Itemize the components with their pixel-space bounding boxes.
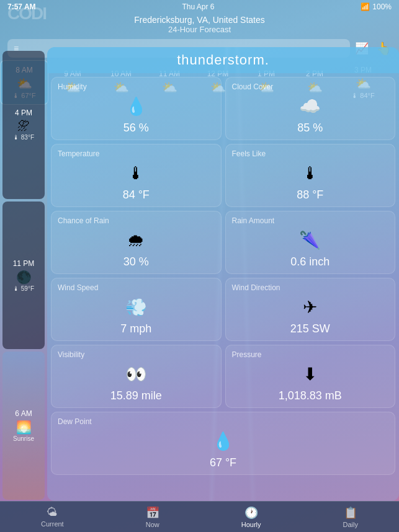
side-icon: ⛈ [17, 119, 30, 133]
stats-grid: Humidity 💧 56 % Cloud Cover ☁️ 85 % Temp… [47, 73, 399, 479]
storm-title: thunderstorm. [177, 52, 269, 68]
tab-label-daily: Daily [343, 521, 358, 528]
status-bar: 7:57 AM Thu Apr 6 📶 100% [0, 0, 399, 14]
tab-bar: 🌤 Current 📅 Now 🕐 Hourly 📋 Daily [0, 501, 399, 532]
stat-value-chance-of-rain: 30 % [123, 255, 149, 268]
side-temp: 🌡 59°F [13, 285, 34, 292]
stat-icon-chance-of-rain: 🌧 [127, 230, 145, 250]
stat-value-cloud-cover: 85 % [297, 122, 323, 135]
status-date: Thu Apr 6 [182, 2, 214, 11]
header-location: Fredericksburg, VA, United States [0, 15, 399, 25]
side-icon: 🌑 [16, 270, 32, 285]
stat-card-wind-speed: Wind Speed 💨 7 mph [51, 278, 222, 341]
tab-icon-current: 🌤 [47, 506, 58, 519]
stat-card-temperature: Temperature 🌡 84 °F [51, 144, 222, 207]
stat-value-humidity: 56 % [123, 122, 149, 135]
side-label: 6 AM [15, 409, 32, 418]
stat-value-dew-point: 67 °F [210, 456, 236, 469]
side-temp: 🌡 83°F [13, 134, 34, 141]
stat-card-visibility: Visibility 👀 15.89 mile [51, 345, 222, 408]
stat-label-wind-speed: Wind Speed [58, 283, 98, 292]
stat-label-rain-amount: Rain Amount [232, 216, 275, 225]
stat-label-wind-direction: Wind Direction [232, 283, 280, 292]
stat-icon-visibility: 👀 [125, 364, 147, 384]
stat-icon-cloud-cover: ☁️ [299, 96, 321, 117]
stat-card-cloud-cover: Cloud Cover ☁️ 85 % [225, 77, 396, 140]
stat-icon-wind-direction: ✈ [303, 297, 317, 317]
stat-value-rain-amount: 0.6 inch [290, 255, 330, 268]
tab-current[interactable]: 🌤 Current [31, 503, 74, 530]
side-label: 11 PM [13, 259, 35, 268]
stat-icon-temperature: 🌡 [127, 163, 145, 184]
app-logo: CODI [7, 4, 46, 24]
tab-label-hourly: Hourly [241, 521, 261, 528]
tab-daily[interactable]: 📋 Daily [333, 503, 368, 531]
header-subtitle: 24-Hour Forecast [0, 25, 399, 34]
tab-icon-hourly: 🕐 [244, 506, 258, 520]
stat-card-chance-of-rain: Chance of Rain 🌧 30 % [51, 211, 222, 274]
stat-label-feels-like: Feels Like [232, 149, 266, 158]
stat-card-pressure: Pressure ⬇ 1,018.83 mB [225, 345, 396, 408]
header: Fredericksburg, VA, United States 24-Hou… [0, 14, 399, 37]
detail-panel: thunderstorm. Humidity 💧 56 % Cloud Cove… [47, 47, 399, 501]
stat-card-dew-point: Dew Point 💧 67 °F [51, 412, 395, 475]
side-item-11-pm[interactable]: 11 PM 🌑 🌡 59°F [2, 202, 45, 350]
stat-icon-pressure: ⬇ [303, 364, 317, 384]
stat-value-feels-like: 88 °F [297, 188, 323, 202]
tab-icon-daily: 📋 [344, 506, 357, 520]
storm-header: thunderstorm. [47, 47, 399, 73]
tab-label-now: Now [146, 521, 159, 528]
wifi-icon: 📶 [361, 2, 370, 11]
side-label: 4 PM [15, 109, 32, 117]
side-column: 4 PM ⛈ 🌡 83°F 11 PM 🌑 🌡 59°F 6 AM 🌅 Sunr… [0, 50, 47, 501]
stat-label-pressure: Pressure [232, 350, 262, 359]
status-right: 📶 100% [361, 2, 392, 11]
stat-card-feels-like: Feels Like 🌡 88 °F [225, 144, 396, 207]
stat-value-wind-direction: 215 SW [290, 322, 330, 335]
stat-label-temperature: Temperature [58, 149, 99, 158]
stat-value-visibility: 15.89 mile [110, 389, 162, 402]
stat-label-visibility: Visibility [58, 350, 84, 359]
tab-now[interactable]: 📅 Now [136, 503, 169, 531]
stat-card-wind-direction: Wind Direction ✈ 215 SW [225, 278, 396, 341]
stat-icon-feels-like: 🌡 [302, 163, 319, 184]
stat-value-wind-speed: 7 mph [120, 322, 151, 335]
stat-card-humidity: Humidity 💧 56 % [51, 77, 222, 140]
stat-label-dew-point: Dew Point [58, 417, 92, 426]
side-icon: 🌅 [16, 420, 32, 435]
side-temp: Sunrise [13, 435, 34, 442]
tab-label-current: Current [41, 520, 64, 528]
side-item-6-am[interactable]: 6 AM 🌅 Sunrise [2, 352, 45, 500]
stat-icon-wind-speed: 💨 [125, 297, 147, 317]
stat-icon-dew-point: 💧 [212, 431, 234, 451]
tab-icon-now: 📅 [146, 506, 159, 520]
stat-label-chance-of-rain: Chance of Rain [58, 216, 109, 225]
stat-label-cloud-cover: Cloud Cover [232, 82, 274, 91]
stat-icon-rain-amount: 🌂 [299, 230, 321, 250]
stat-value-temperature: 84 °F [123, 188, 150, 202]
tab-hourly[interactable]: 🕐 Hourly [231, 503, 271, 531]
side-item-4-pm[interactable]: 4 PM ⛈ 🌡 83°F [2, 51, 45, 199]
stat-label-humidity: Humidity [58, 82, 87, 91]
stat-icon-humidity: 💧 [125, 96, 147, 117]
stat-card-rain-amount: Rain Amount 🌂 0.6 inch [225, 211, 396, 274]
stat-value-pressure: 1,018.83 mB [279, 389, 342, 402]
battery-label: 100% [372, 2, 392, 11]
